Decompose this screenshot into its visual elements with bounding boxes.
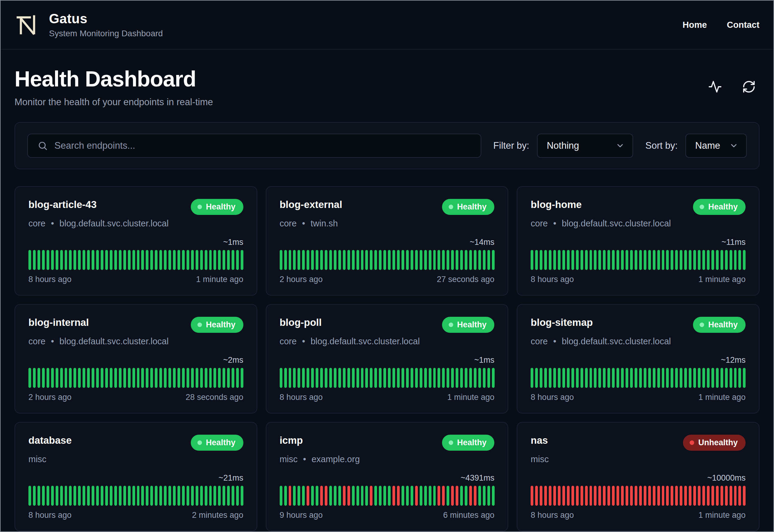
healthy-bar[interactable] [87, 368, 90, 388]
healthy-bar[interactable] [213, 486, 216, 506]
healthy-bar[interactable] [621, 368, 624, 388]
healthy-bar[interactable] [424, 250, 427, 270]
unhealthy-bar[interactable] [693, 486, 696, 506]
healthy-bar[interactable] [191, 486, 194, 506]
healthy-bar[interactable] [607, 368, 610, 388]
healthy-bar[interactable] [334, 486, 337, 506]
healthy-bar[interactable] [616, 368, 619, 388]
healthy-bar[interactable] [205, 250, 207, 270]
healthy-bar[interactable] [483, 486, 486, 506]
healthy-bar[interactable] [406, 250, 409, 270]
healthy-bar[interactable] [69, 486, 72, 506]
unhealthy-bar[interactable] [626, 486, 628, 506]
healthy-bar[interactable] [535, 368, 538, 388]
healthy-bar[interactable] [343, 250, 346, 270]
healthy-bar[interactable] [187, 368, 189, 388]
healthy-bar[interactable] [123, 486, 126, 506]
unhealthy-bar[interactable] [666, 486, 669, 506]
healthy-bar[interactable] [196, 250, 198, 270]
healthy-bar[interactable] [689, 250, 691, 270]
healthy-bar[interactable] [168, 250, 171, 270]
healthy-bar[interactable] [289, 250, 291, 270]
healthy-bar[interactable] [535, 250, 538, 270]
healthy-bar[interactable] [581, 368, 583, 388]
healthy-bar[interactable] [388, 250, 391, 270]
unhealthy-bar[interactable] [469, 486, 472, 506]
unhealthy-bar[interactable] [343, 486, 346, 506]
healthy-bar[interactable] [96, 368, 99, 388]
healthy-bar[interactable] [338, 368, 341, 388]
unhealthy-bar[interactable] [397, 486, 400, 506]
healthy-bar[interactable] [483, 368, 486, 388]
healthy-bar[interactable] [213, 250, 216, 270]
healthy-bar[interactable] [311, 368, 314, 388]
healthy-bar[interactable] [92, 368, 94, 388]
healthy-bar[interactable] [680, 368, 682, 388]
healthy-bar[interactable] [241, 250, 243, 270]
healthy-bar[interactable] [51, 250, 54, 270]
healthy-bar[interactable] [612, 250, 615, 270]
healthy-bar[interactable] [47, 250, 49, 270]
healthy-bar[interactable] [680, 250, 682, 270]
unhealthy-bar[interactable] [653, 486, 655, 506]
healthy-bar[interactable] [581, 250, 583, 270]
healthy-bar[interactable] [383, 368, 386, 388]
healthy-bar[interactable] [594, 368, 597, 388]
healthy-bar[interactable] [420, 368, 422, 388]
healthy-bar[interactable] [105, 368, 108, 388]
unhealthy-bar[interactable] [725, 486, 728, 506]
endpoint-card[interactable]: blog-poll Healthy core • blog.default.sv… [266, 304, 509, 414]
healthy-bar[interactable] [689, 368, 691, 388]
healthy-bar[interactable] [241, 486, 243, 506]
healthy-bar[interactable] [182, 250, 185, 270]
healthy-bar[interactable] [607, 250, 610, 270]
healthy-bar[interactable] [361, 368, 364, 388]
healthy-bar[interactable] [447, 368, 449, 388]
healthy-bar[interactable] [675, 368, 678, 388]
unhealthy-bar[interactable] [347, 486, 350, 506]
unhealthy-bar[interactable] [716, 486, 719, 506]
healthy-bar[interactable] [173, 368, 176, 388]
unhealthy-bar[interactable] [571, 486, 574, 506]
healthy-bar[interactable] [200, 250, 203, 270]
healthy-bar[interactable] [424, 486, 427, 506]
healthy-bar[interactable] [196, 368, 198, 388]
healthy-bar[interactable] [478, 368, 481, 388]
healthy-bar[interactable] [316, 250, 318, 270]
healthy-bar[interactable] [402, 250, 404, 270]
healthy-bar[interactable] [738, 368, 741, 388]
healthy-bar[interactable] [361, 250, 364, 270]
healthy-bar[interactable] [585, 250, 588, 270]
healthy-bar[interactable] [205, 486, 207, 506]
unhealthy-bar[interactable] [544, 486, 547, 506]
healthy-bar[interactable] [78, 486, 81, 506]
healthy-bar[interactable] [137, 250, 140, 270]
healthy-bar[interactable] [141, 486, 144, 506]
healthy-bar[interactable] [47, 486, 49, 506]
healthy-bar[interactable] [132, 250, 135, 270]
healthy-bar[interactable] [356, 250, 359, 270]
healthy-bar[interactable] [236, 250, 239, 270]
healthy-bar[interactable] [442, 250, 445, 270]
healthy-bar[interactable] [196, 486, 198, 506]
healthy-bar[interactable] [123, 250, 126, 270]
healthy-bar[interactable] [191, 250, 194, 270]
healthy-bar[interactable] [451, 368, 454, 388]
healthy-bar[interactable] [598, 368, 601, 388]
healthy-bar[interactable] [374, 368, 377, 388]
healthy-bar[interactable] [388, 368, 391, 388]
healthy-bar[interactable] [205, 368, 207, 388]
healthy-bar[interactable] [343, 368, 346, 388]
unhealthy-bar[interactable] [535, 486, 538, 506]
sort-select[interactable]: Name [685, 134, 747, 158]
healthy-bar[interactable] [716, 250, 719, 270]
healthy-bar[interactable] [460, 250, 463, 270]
healthy-bar[interactable] [725, 368, 728, 388]
healthy-bar[interactable] [28, 368, 31, 388]
healthy-bar[interactable] [73, 368, 76, 388]
unhealthy-bar[interactable] [442, 486, 445, 506]
healthy-bar[interactable] [415, 250, 418, 270]
healthy-bar[interactable] [159, 368, 162, 388]
healthy-bar[interactable] [60, 486, 63, 506]
unhealthy-bar[interactable] [370, 486, 372, 506]
